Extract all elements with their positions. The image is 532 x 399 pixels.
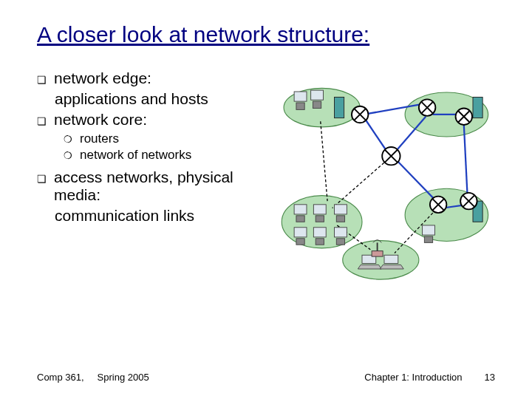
footer-term: Spring 2005 <box>98 372 149 383</box>
svg-line-7 <box>364 117 388 153</box>
circle-bullet-icon: ❍ <box>64 150 72 161</box>
footer-page-number: 13 <box>485 372 495 383</box>
svg-rect-37 <box>372 251 383 257</box>
svg-rect-23 <box>316 216 324 222</box>
svg-rect-27 <box>296 239 304 245</box>
slide: A closer look at network structure: ❏ ne… <box>0 0 532 399</box>
bullet-label: network core: <box>54 111 147 129</box>
svg-rect-34 <box>384 255 398 263</box>
svg-rect-29 <box>316 239 324 245</box>
svg-rect-26 <box>294 228 307 237</box>
bullet-access-networks: ❏ access networks, physical media: <box>37 168 259 204</box>
svg-rect-24 <box>335 205 347 214</box>
svg-line-12 <box>321 121 327 201</box>
network-diagram-svg <box>273 69 495 291</box>
bullet-network-edge: ❏ network edge: <box>37 69 259 87</box>
content-area: ❏ network edge: applications and hosts ❏… <box>37 69 495 291</box>
square-bullet-icon: ❏ <box>37 74 47 86</box>
svg-rect-19 <box>313 101 321 108</box>
svg-rect-18 <box>311 90 324 100</box>
footer-chapter: Chapter 1: Introduction <box>364 372 462 383</box>
svg-line-9 <box>464 125 468 194</box>
bullet-network-of-networks: ❍ network of networks <box>64 148 259 163</box>
svg-rect-21 <box>296 216 304 222</box>
svg-rect-16 <box>294 92 307 101</box>
bullet-label: network of networks <box>80 148 191 163</box>
square-bullet-icon: ❏ <box>37 115 47 127</box>
square-bullet-icon: ❏ <box>37 173 47 185</box>
bullet-network-core: ❏ network core: <box>37 111 259 129</box>
slide-footer: Comp 361, Spring 2005 Chapter 1: Introdu… <box>0 372 532 383</box>
footer-course: Comp 361, <box>37 372 84 383</box>
svg-line-10 <box>395 158 436 201</box>
svg-rect-31 <box>336 239 344 245</box>
bullet-access-networks-sub: communication links <box>55 207 259 225</box>
bullet-label: access networks, physical media: <box>54 168 259 204</box>
svg-rect-39 <box>424 236 432 242</box>
svg-rect-25 <box>336 216 344 222</box>
svg-marker-35 <box>380 265 403 269</box>
svg-rect-22 <box>313 205 326 214</box>
svg-marker-33 <box>358 265 381 269</box>
slide-title: A closer look at network structure: <box>37 22 495 47</box>
bullet-network-edge-sub: applications and hosts <box>55 90 259 108</box>
svg-rect-20 <box>294 205 307 214</box>
server-icon <box>473 98 482 118</box>
bullet-routers: ❍ routers <box>64 132 259 146</box>
svg-point-4 <box>343 241 419 280</box>
server-icon <box>335 98 344 118</box>
host-pc-icon <box>423 225 435 242</box>
network-diagram <box>273 69 495 291</box>
svg-rect-28 <box>313 228 326 237</box>
circle-bullet-icon: ❍ <box>64 134 72 145</box>
bullet-label: network edge: <box>54 69 151 87</box>
bullet-label: routers <box>80 132 119 146</box>
svg-rect-30 <box>335 228 347 237</box>
svg-rect-38 <box>423 225 435 235</box>
text-column: ❏ network edge: applications and hosts ❏… <box>37 69 259 291</box>
svg-rect-17 <box>296 103 304 109</box>
